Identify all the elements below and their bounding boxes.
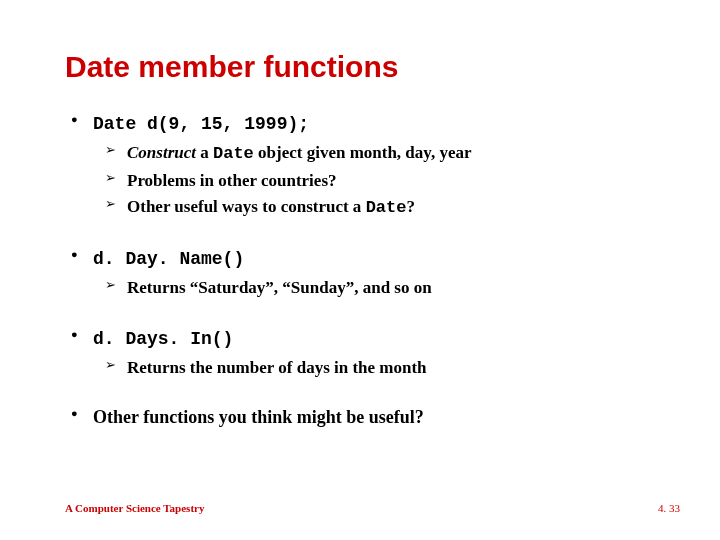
sub-item: Returns “Saturday”, “Sunday”, and so on xyxy=(127,276,660,301)
list-item: Date d(9, 15, 1999); Construct a Date ob… xyxy=(93,110,660,221)
body-text: Problems in other countries? xyxy=(127,171,337,190)
body-text: Other useful ways to construct a xyxy=(127,197,366,216)
emphasis-text: Construct xyxy=(127,143,196,162)
body-text: Returns “Saturday”, “Sunday”, and so on xyxy=(127,278,432,297)
body-text: a xyxy=(196,143,213,162)
sub-item: Construct a Date object given month, day… xyxy=(127,141,660,167)
code-text: Date d(9, 15, 1999); xyxy=(93,114,309,134)
footer-text: A Computer Science Tapestry xyxy=(65,502,204,514)
sub-list: Construct a Date object given month, day… xyxy=(93,141,660,221)
body-text: Returns the number of days in the month xyxy=(127,358,427,377)
slide: Date member functions Date d(9, 15, 1999… xyxy=(0,0,720,540)
sub-item: Other useful ways to construct a Date? xyxy=(127,195,660,221)
code-text: Date xyxy=(366,198,407,217)
code-text: d. Day. Name() xyxy=(93,249,244,269)
page-number: 4. 33 xyxy=(658,502,680,514)
sub-list: Returns “Saturday”, “Sunday”, and so on xyxy=(93,276,660,301)
code-text: d. Days. In() xyxy=(93,329,233,349)
sub-item: Returns the number of days in the month xyxy=(127,356,660,381)
list-item: Other functions you think might be usefu… xyxy=(93,404,660,430)
code-text: Date xyxy=(213,144,254,163)
body-text: ? xyxy=(406,197,415,216)
sub-list: Returns the number of days in the month xyxy=(93,356,660,381)
sub-item: Problems in other countries? xyxy=(127,169,660,194)
list-item: d. Days. In() Returns the number of days… xyxy=(93,325,660,381)
body-text: object given month, day, year xyxy=(254,143,472,162)
list-item: d. Day. Name() Returns “Saturday”, “Sund… xyxy=(93,245,660,301)
body-text: Other functions you think might be usefu… xyxy=(93,407,424,427)
slide-title: Date member functions xyxy=(65,50,660,84)
bullet-list: Date d(9, 15, 1999); Construct a Date ob… xyxy=(65,110,660,431)
